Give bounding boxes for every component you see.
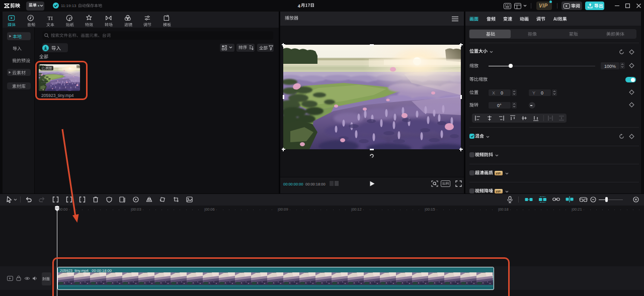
- svg-text:TI: TI: [47, 15, 53, 21]
